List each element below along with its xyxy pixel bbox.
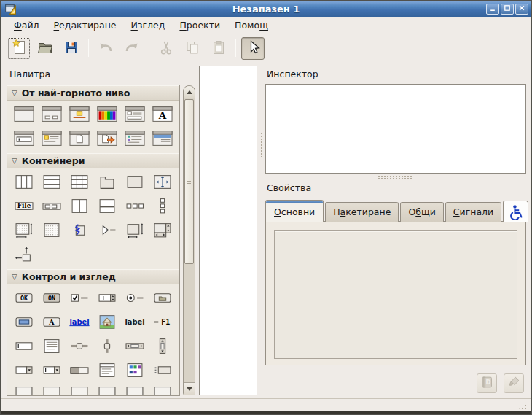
palette-item-menubar[interactable]: File <box>10 195 38 219</box>
palette-item-hscale[interactable] <box>66 335 93 359</box>
palette-item-font-selection-dialog[interactable]: A <box>149 103 176 127</box>
palette-item-entry[interactable] <box>10 335 38 359</box>
palette-item-color-selection-dialog[interactable] <box>93 103 121 127</box>
palette-item-window[interactable] <box>10 103 38 127</box>
palette-item-hbox[interactable] <box>10 171 38 195</box>
palette-item-toolbar[interactable] <box>38 195 66 219</box>
palette-item-clipped-item-1[interactable] <box>10 383 38 396</box>
palette-item-handlebox[interactable] <box>66 219 93 243</box>
palette-item-tree-view[interactable] <box>93 359 121 383</box>
tab-general[interactable]: Основни <box>265 200 324 222</box>
palette-item-spin-button[interactable] <box>93 287 121 311</box>
save-button[interactable] <box>60 37 83 60</box>
palette-item-hscrollbar[interactable] <box>121 335 149 359</box>
palette-section-header[interactable]: ▽От най-горното ниво <box>7 85 179 101</box>
palette-scrollbar[interactable] <box>183 85 195 395</box>
minimize-button[interactable] <box>486 4 499 15</box>
expander-open-icon: ▽ <box>12 158 17 165</box>
resize-grip[interactable] <box>518 401 528 410</box>
save-icon <box>63 39 80 58</box>
palette-item-vscrollbar[interactable] <box>149 335 176 359</box>
palette-item-clipped-item-5[interactable] <box>121 383 149 396</box>
palette-item-clipped-item-3[interactable] <box>66 383 93 396</box>
maximize-button[interactable] <box>501 4 514 15</box>
palette-item-scrolled-window[interactable] <box>149 219 176 243</box>
tab-packing[interactable]: Пакетиране <box>325 202 399 222</box>
palette-item-hpaned[interactable] <box>66 195 93 219</box>
inspector-properties-splitter[interactable] <box>378 175 412 179</box>
palette-item-cell-view[interactable] <box>149 359 176 383</box>
inspector-view[interactable] <box>265 84 526 174</box>
palette-item-document[interactable] <box>66 127 93 151</box>
close-button[interactable] <box>515 4 528 15</box>
palette-item-vbox[interactable] <box>38 171 66 195</box>
palette-item-expander[interactable] <box>93 219 121 243</box>
palette-item-label[interactable]: label <box>121 311 149 335</box>
palette-item-text-view[interactable] <box>38 335 66 359</box>
pane-splitter-handle[interactable] <box>260 132 264 157</box>
tab-signals[interactable]: Сигнали <box>445 202 501 222</box>
palette-item-vpaned[interactable] <box>93 195 121 219</box>
palette-item-check-button[interactable] <box>66 287 93 311</box>
palette-item-combo-box-entry[interactable] <box>38 359 66 383</box>
palette-item-progress-bar[interactable] <box>66 359 93 383</box>
scroll-down-icon[interactable] <box>184 382 195 395</box>
palette-item-color-button[interactable] <box>10 311 38 335</box>
palette-item-font-button[interactable]: A <box>38 311 66 335</box>
palette-item-hbuttonbox[interactable] <box>121 195 149 219</box>
frame-icon <box>124 173 146 193</box>
properties-empty-area[interactable] <box>274 230 517 359</box>
open-button[interactable] <box>34 37 57 60</box>
palette-item-link-button[interactable]: label <box>66 311 93 335</box>
tab-common[interactable]: Общи <box>400 202 443 222</box>
tab-accessibility[interactable] <box>503 201 528 222</box>
menu-file[interactable]: Файл <box>9 18 44 32</box>
toolbar-separator <box>235 39 236 57</box>
palette-item-clipped-item-6[interactable] <box>149 383 176 396</box>
menu-projects[interactable]: Проекти <box>174 18 225 32</box>
palette-item-image[interactable] <box>93 311 121 335</box>
palette-item-fixed[interactable] <box>149 171 176 195</box>
palette-item-clipped-item-2[interactable] <box>38 383 66 396</box>
palette-item-radio-button[interactable] <box>121 287 149 311</box>
palette-item-file-chooser-save-dialog[interactable] <box>93 127 121 151</box>
palette-item-message-dialog[interactable] <box>66 103 93 127</box>
palette-item-aspect-frame[interactable] <box>121 219 149 243</box>
palette-section-header[interactable]: ▽Контрол и изглед <box>7 269 179 284</box>
palette-item-notebook[interactable] <box>93 171 121 195</box>
palette-item-assistant[interactable] <box>149 127 176 151</box>
palette-item-combo-box[interactable] <box>10 359 38 383</box>
menu-edit[interactable]: Редактиране <box>49 18 122 32</box>
menu-view[interactable]: Изглед <box>126 18 171 32</box>
design-canvas[interactable] <box>199 66 257 395</box>
selector-button[interactable] <box>241 37 265 60</box>
palette-item-toggle-button[interactable]: ON <box>38 287 66 311</box>
menu-help[interactable]: Помощ <box>230 18 273 32</box>
palette-item-table[interactable] <box>66 171 93 195</box>
palette-item-about-dialog[interactable] <box>121 127 149 151</box>
palette-item-recent-chooser-dialog[interactable] <box>38 127 66 151</box>
palette-item-accel-label[interactable]: F1 <box>149 311 176 335</box>
palette-section-label: Контейнери <box>22 155 85 166</box>
palette-item-file-chooser-button[interactable] <box>149 287 176 311</box>
scroll-up-icon[interactable] <box>184 86 195 98</box>
palette-item-vscale[interactable] <box>93 335 121 359</box>
palette-item-vbuttonbox[interactable] <box>149 195 176 219</box>
palette-section-header[interactable]: ▽Контейнери <box>7 153 179 168</box>
hbuttonbox-icon <box>124 197 146 217</box>
palette-item-input-dialog[interactable] <box>10 127 38 151</box>
palette-item-layout[interactable] <box>38 219 66 243</box>
palette-item-button[interactable]: OK <box>10 287 38 311</box>
palette-item-viewport[interactable] <box>10 219 38 243</box>
paste-icon <box>210 39 227 58</box>
new-button[interactable] <box>7 37 31 60</box>
palette-item-clipped-item-4[interactable] <box>93 383 121 396</box>
palette-item-alignment[interactable] <box>10 243 38 267</box>
palette-item-dialog[interactable] <box>38 103 66 127</box>
scrollbar-thumb[interactable] <box>184 99 194 264</box>
titlebar[interactable]: Незапазен 1 <box>1 1 531 17</box>
table-icon <box>69 173 90 193</box>
palette-item-icon-view[interactable] <box>121 359 149 383</box>
palette-item-file-chooser-dialog[interactable] <box>121 103 149 127</box>
palette-item-frame[interactable] <box>121 171 149 195</box>
